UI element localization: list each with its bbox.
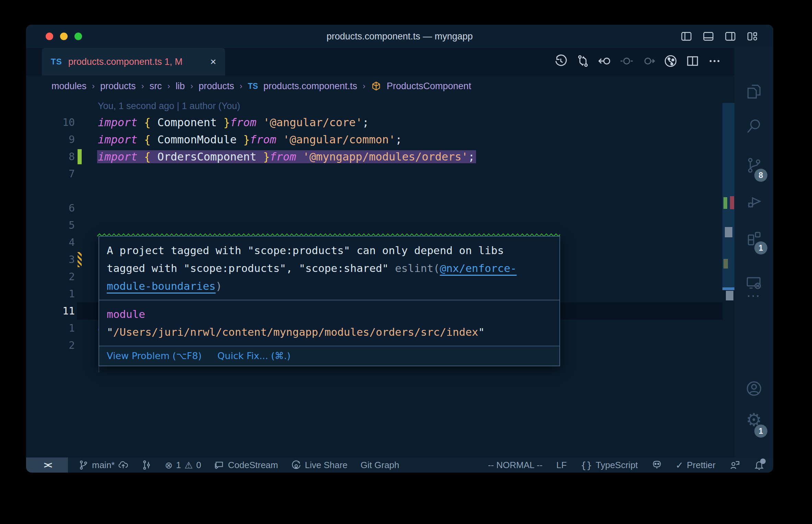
code-line[interactable]: 8import { OrdersComponent }from '@myngap… [26, 148, 734, 165]
live-share-item[interactable]: Live Share [291, 460, 347, 471]
error-icon: ⊗ [165, 460, 173, 471]
breadcrumb: modules›products›src›lib›products› TS pr… [26, 75, 760, 97]
line-content: import { OrdersComponent }from '@myngapp… [98, 148, 475, 165]
line-number[interactable]: 9 [26, 131, 75, 148]
more-views-icon[interactable]: ⋯ [734, 292, 773, 299]
cloud-upload-icon [118, 460, 128, 470]
check-icon: ✓ [676, 460, 684, 471]
person-feedback-icon [729, 460, 740, 471]
compare-changes-icon[interactable] [576, 55, 589, 69]
toggle-secondary-sidebar-icon[interactable] [724, 31, 736, 42]
close-tab-icon[interactable]: × [210, 56, 216, 68]
github-item[interactable] [652, 460, 662, 470]
breadcrumb-file[interactable]: products.component.ts [264, 81, 357, 92]
line-number[interactable]: 1 [26, 285, 75, 302]
gutter-added-indicator [78, 149, 82, 164]
tab-products-component[interactable]: TS products.component.ts 1, M × [42, 48, 225, 75]
customize-layout-icon[interactable] [746, 31, 758, 42]
problems-item[interactable]: ⊗1 ⚠0 [165, 460, 201, 471]
overview-modified-mark [723, 259, 728, 269]
line-number[interactable]: 1 [26, 320, 75, 337]
remote-indicator[interactable]: >< [26, 457, 68, 473]
formatter-item[interactable]: ✓Prettier [676, 460, 716, 471]
code-line[interactable]: 6 [26, 200, 734, 217]
gitlens-compare-item[interactable] [141, 460, 152, 470]
class-symbol-icon [371, 81, 381, 91]
settings-gear-icon[interactable]: ⚙ [734, 411, 773, 429]
line-number[interactable]: 5 [26, 217, 75, 234]
breadcrumb-folder[interactable]: modules [51, 81, 86, 92]
branch-icon [78, 460, 89, 470]
toggle-primary-sidebar-icon[interactable] [681, 31, 692, 42]
typescript-file-icon: TS [248, 82, 258, 91]
rule-link-2[interactable]: module-boundaries [107, 280, 216, 292]
code-line[interactable]: 9import { CommonModule }from '@angular/c… [26, 131, 734, 148]
overview-cursor-mark [725, 227, 732, 237]
more-actions-icon[interactable] [708, 55, 721, 69]
breadcrumb-folder[interactable]: lib [176, 81, 185, 92]
explorer-icon[interactable] [734, 82, 773, 100]
line-number[interactable]: 8 [26, 148, 75, 165]
codestream-item[interactable]: CodeStream [214, 460, 278, 471]
quick-fix-button[interactable]: Quick Fix... (⌘.) [218, 349, 291, 363]
view-problem-button[interactable]: View Problem (⌥F8) [107, 349, 202, 363]
search-icon[interactable] [734, 117, 773, 135]
toggle-panel-icon[interactable] [703, 31, 714, 42]
breadcrumb-separator: › [92, 81, 95, 91]
layout-controls [681, 25, 758, 48]
breadcrumb-symbol[interactable]: ProductsComponent [387, 81, 471, 92]
vscode-window: products.component.ts — myngapp TS produ… [26, 25, 773, 473]
status-bar-right: -- NORMAL -- LF {}TypeScript ✓Prettier [488, 457, 764, 473]
line-number[interactable]: 7 [26, 165, 75, 182]
line-number[interactable]: 3 [26, 251, 75, 268]
branch-item[interactable]: main* [78, 460, 128, 471]
tooltip-message: A project tagged with "scope:products" c… [99, 237, 559, 300]
language-item[interactable]: {}TypeScript [580, 460, 638, 471]
extensions-icon[interactable] [734, 229, 773, 247]
code-line[interactable] [26, 182, 734, 200]
overview-ruler[interactable] [722, 97, 735, 457]
notifications-item[interactable] [754, 460, 764, 470]
gitlens-compare-icon [141, 460, 152, 470]
line-content: You, 1 second ago | 1 author (You) [98, 97, 240, 115]
line-number[interactable]: 4 [26, 234, 75, 251]
commit-graph-icon[interactable] [664, 55, 677, 69]
line-content: import { Component }from '@angular/core'… [98, 114, 369, 131]
line-number[interactable]: 2 [26, 268, 75, 285]
open-changes-icon[interactable] [598, 55, 611, 69]
breadcrumb-folder[interactable]: src [150, 81, 162, 92]
tooltip-module-info: module "/Users/juri/nrwl/content/myngapp… [99, 300, 559, 346]
breadcrumb-separator: › [190, 81, 193, 91]
tooltip-actions: View Problem (⌥F8) Quick Fix... (⌘.) [99, 346, 559, 366]
rule-link[interactable]: @nx/enforce- [440, 262, 517, 274]
breadcrumb-folder[interactable]: products [100, 81, 136, 92]
line-number[interactable]: 6 [26, 200, 75, 217]
source-control-icon[interactable] [734, 156, 773, 174]
eol-item[interactable]: LF [556, 460, 567, 471]
status-bar: >< main* ⊗1 ⚠0 CodeStream [26, 457, 773, 473]
run-debug-icon[interactable] [734, 193, 773, 211]
tab-label: products.component.ts 1, M [68, 57, 183, 67]
vim-mode-item[interactable]: -- NORMAL -- [488, 460, 543, 471]
breadcrumb-folder[interactable]: products [199, 81, 234, 92]
editor-toolbar [554, 48, 721, 75]
code-line[interactable]: 10import { Component }from '@angular/cor… [26, 114, 734, 131]
account-icon[interactable] [734, 379, 773, 398]
editor[interactable]: You, 1 second ago | 1 author (You)10impo… [26, 97, 734, 457]
line-content: import { CommonModule }from '@angular/co… [98, 131, 402, 148]
previous-change-icon[interactable] [620, 55, 633, 69]
code-line[interactable]: You, 1 second ago | 1 author (You) [26, 97, 734, 114]
codestream-icon [214, 460, 224, 470]
git-graph-item[interactable]: Git Graph [361, 460, 399, 471]
line-number[interactable]: 2 [26, 337, 75, 354]
octoface-icon [652, 460, 662, 470]
feedback-item[interactable] [729, 460, 740, 471]
next-change-icon[interactable] [642, 55, 655, 69]
line-number[interactable]: 11 [26, 302, 75, 320]
line-number[interactable]: 10 [26, 114, 75, 131]
file-history-icon[interactable] [554, 55, 567, 69]
split-editor-icon[interactable] [686, 55, 699, 69]
source-control-badge: 8 [754, 169, 767, 182]
code-line[interactable]: 7 [26, 165, 734, 182]
code-line[interactable]: 5 [26, 217, 734, 234]
